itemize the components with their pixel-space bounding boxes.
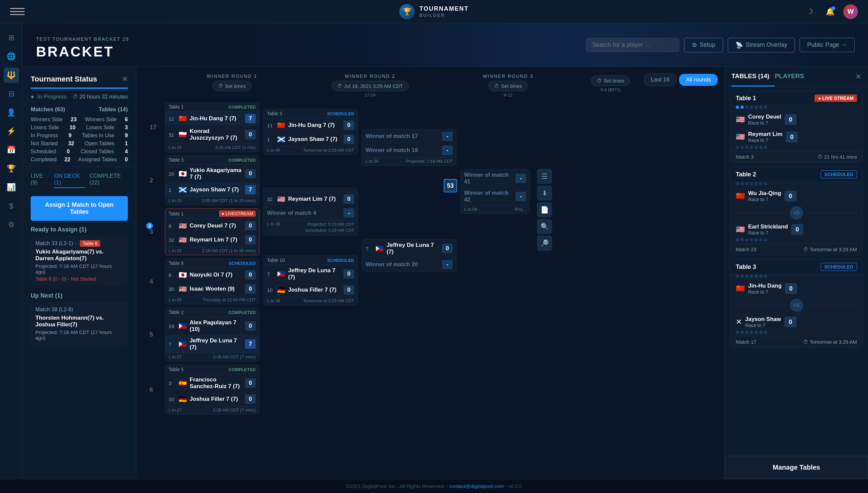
clock-icon-r3: ⏱ (494, 83, 499, 89)
player-row-deluna-c2: 7 🇵🇭 Jeffrey De Luna 7 (7) 0 (264, 265, 358, 283)
footer-text: ©2021 DigitalPool, Inc . All Rights Rese… (346, 483, 448, 489)
match-block-6-wrapper: 6 Table 5 COMPLETED 3 🇪🇸 Francisco Sanch… (165, 365, 260, 414)
winner-of-match-17: Winner of match 17 (365, 133, 439, 140)
tab-tables[interactable]: TABLES (14) (732, 67, 775, 86)
lto-time-18: Projected: 5:23 AM CDTScheduled: 3:29 AM… (305, 221, 354, 234)
sidebar-icon-dollar[interactable]: $ (4, 198, 19, 214)
stream-overlay-button[interactable]: 📡 Stream Overlay (728, 38, 795, 52)
lto-text-19: L to 38 (267, 298, 280, 303)
player-name-deluna: Jeffrey De Luna 7 (7) (190, 337, 242, 351)
score-wom20: - (442, 260, 453, 269)
t2-dot-3 (745, 182, 749, 185)
round-date-btn-4[interactable]: ⏱ Set times (591, 76, 630, 86)
dot-1 (736, 106, 739, 109)
winner-of-match-4-label: Winner of match 4 (267, 210, 341, 216)
table-3-p2-name: Jayson Shaw (745, 316, 781, 323)
t3-dot-3 (745, 275, 749, 278)
player-row-jayson: 1 🏴󠁧󠁢󠁳󠁣󠁴󠁿 Jayson Shaw 7 (7) 7 (165, 183, 259, 197)
round-date-btn-3[interactable]: ⏱ Set times (488, 81, 528, 91)
t3-dot-6 (759, 275, 762, 278)
float-btn-download[interactable]: ⬇ (537, 186, 552, 200)
last-16-filter-button[interactable]: Last 16 (644, 73, 677, 86)
dot-b6 (759, 146, 762, 149)
float-btn-list[interactable]: ☰ (537, 169, 552, 184)
sidebar-icon-calendar[interactable]: 📅 (4, 142, 19, 158)
flag-us-deuel: 🇺🇸 (179, 222, 187, 230)
score-pagulayan: 0 (245, 321, 256, 331)
table-3-p1-sub: Race to 7 (748, 289, 781, 295)
match-block-5: Table 2 COMPLETED 19 🇵🇭 Alex Pagulayan 7… (165, 308, 260, 361)
float-btn-file[interactable]: 📄 (537, 202, 552, 217)
table-2-footer: Match 23 ⏱ Tomorrow at 3:29 AM (731, 243, 862, 255)
content-area: TEST TOURNAMENT BRACKET 29 BRACKET ⚙ Set… (23, 23, 868, 479)
table-3-p1-name: Jin-Hu Dang (748, 283, 781, 289)
winner-of-match-18: Winner of match 18 (365, 147, 439, 154)
flag-us-wooten: 🇺🇸 (179, 285, 187, 293)
player-row-pagulayan: 19 🇵🇭 Alex Pagulayan 7 (10) 0 (165, 317, 259, 335)
tab-complete[interactable]: COMPLETE (22) (89, 171, 128, 188)
sidebar-icon-globe[interactable]: 🌐 (4, 49, 19, 64)
table-3-name: Table 3 (736, 263, 756, 271)
sidebar-icon-settings[interactable]: ⚙ (4, 217, 19, 233)
table-1-dots-top (731, 106, 862, 111)
sidebar-icon-lightning[interactable]: ⚡ (4, 124, 19, 139)
tab-players[interactable]: PLAYERS (775, 67, 809, 86)
hamburger-button[interactable] (10, 4, 25, 19)
match-33-card: Match 33 (L2-1) - Table 6 Yukio Akagariy… (31, 236, 128, 286)
round-date-label-4: Set times (604, 78, 625, 84)
sidebar-icon-trophy[interactable]: 🏆 (4, 161, 19, 176)
footer-link[interactable]: contact@digitalpool.com (449, 483, 504, 489)
close-panel-button[interactable]: ✕ (122, 75, 128, 84)
all-rounds-filter-button[interactable]: All rounds (679, 74, 718, 86)
table-3-p1-info: Jin-Hu Dang Race to 7 (748, 283, 781, 295)
t2-dot-1 (736, 182, 739, 185)
stats-headers: Matches (63) Tables (14) (23, 105, 136, 114)
float-btn-search[interactable]: 🔍 (537, 219, 552, 234)
right-panel: TABLES (14) PLAYERS ✕ Table 1 ● LIVE STR… (725, 67, 868, 479)
right-panel-scroll: Table 1 ● LIVE STREAM (725, 87, 868, 456)
lto-time-5: 3:28 AM CDT (7 mins) (213, 355, 256, 359)
stat-val-assigned-tables: 0 (125, 157, 128, 163)
clock-icon-r2: ⏱ (337, 83, 342, 89)
player-row-wom20: Winner of match 20 - (362, 258, 456, 272)
clock-icon-r1: ⏱ (218, 83, 223, 89)
player-row-wom41: Winner of match 41 - (461, 169, 530, 187)
theme-toggle-button[interactable]: ☽ (803, 5, 817, 18)
sidebar-icon-dashboard[interactable]: ⊞ (4, 30, 19, 45)
round-label-1: WINNER ROUND 1 (163, 73, 301, 79)
match-block-42: 7 🇵🇭 Jeffrey De Luna 7 (7) 0 Winner of m… (362, 239, 457, 272)
assign-match-button[interactable]: Assign 1 Match to Open Tables (31, 196, 128, 221)
t3-dot-1 (736, 275, 739, 278)
t2-dot-6 (759, 182, 762, 185)
sidebar-icon-person[interactable]: 👤 (4, 105, 19, 120)
lto-text-53: L to 58 (464, 207, 477, 212)
round-date-btn-2[interactable]: ⏱ Jul 18, 2021 3:29 AM CDT (332, 81, 409, 91)
table-3-p2-score: 0 (784, 317, 797, 327)
player-row-deuel: 8 🇺🇸 Corey Deuel 7 (7) 0 (165, 219, 259, 233)
tab-on-deck[interactable]: ON DECK (1) (54, 171, 85, 188)
table-1-status-label: LIVE STREAM (822, 95, 854, 101)
stat-label-winners-side: Winners Side (31, 116, 62, 123)
table-card-2-header: Table 2 SCHEDULED (731, 167, 862, 182)
match-footer-41: L to 50 Projected: 7:18 AM CDT (362, 157, 456, 165)
sidebar-icon-chart[interactable]: 📊 (4, 180, 19, 195)
sidebar-icon-grid[interactable]: ⊟ (4, 86, 19, 102)
close-right-panel-button[interactable]: ✕ (855, 72, 861, 81)
round-date-btn-1[interactable]: ⏱ Set times (212, 81, 252, 91)
t2-dot-4 (750, 182, 753, 185)
player-search-input[interactable] (586, 38, 680, 52)
manage-tables-button[interactable]: Manage Tables (725, 456, 868, 479)
table-1-p1-name: Corey Deuel (748, 113, 781, 120)
sidebar-icon-bracket[interactable]: 🔱 (4, 67, 19, 83)
match-block-5-wrapper: 5 Table 2 COMPLETED 19 🇵🇭 Alex Pagulayan… (165, 308, 260, 361)
match-number-2: 2 (150, 177, 153, 184)
match-footer-19: L to 38 Tomorrow at 3:29 AM CDT (264, 297, 358, 305)
public-page-button[interactable]: Public Page → (800, 38, 855, 52)
float-btn-zoom[interactable]: 🔎 (537, 236, 552, 251)
logo-line1: TOURNAMENT (419, 5, 469, 13)
avatar[interactable]: W (843, 4, 858, 19)
setup-button[interactable]: ⚙ Setup (684, 38, 723, 52)
player-num-30: 30 (169, 286, 176, 292)
tab-live[interactable]: LIVE (9) (31, 171, 49, 188)
lto-text-18: L to 39 (267, 221, 280, 234)
